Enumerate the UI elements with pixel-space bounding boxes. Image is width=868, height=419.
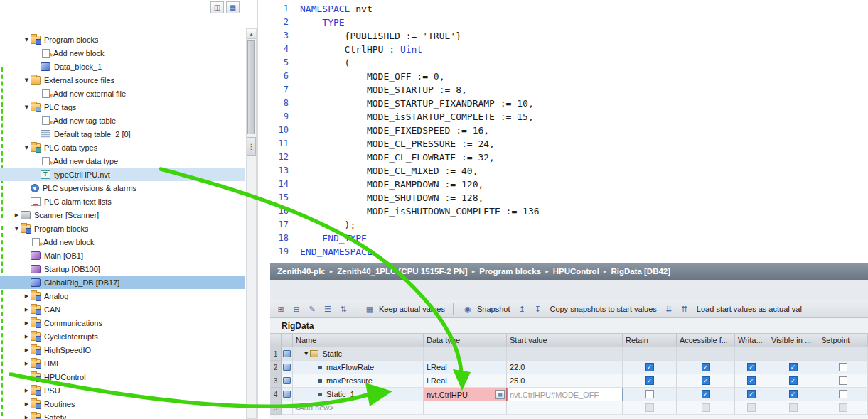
column-header-data-type[interactable]: Data type [424,334,507,347]
breadcrumb-item-zenith40-plc[interactable]: Zenith40-plc [277,267,326,276]
init-values-icon[interactable]: ⇈ [678,303,691,315]
tree-item-safety[interactable]: ▶Safety [0,410,245,419]
table-row-add-new[interactable]: 5<Add new> [270,401,868,415]
copy-snapshot-down-icon[interactable]: ↧ [531,303,544,315]
cell-name[interactable]: Static_1 [293,388,424,401]
tree-item-plc-alarm-text-lists[interactable]: PLC alarm text lists [0,195,245,208]
row-number[interactable]: 1 [270,347,282,361]
expand-arrow-icon[interactable]: ▶ [23,401,31,407]
sort-icon[interactable]: ☰ [321,303,334,315]
expand-arrow-icon[interactable]: ▶ [13,212,21,218]
retain-checkbox[interactable]: ✓ [645,376,654,385]
code-editor[interactable]: 1NAMESPACE nvt2 TYPE3 {PUBLISHED := 'TRU… [270,0,868,263]
cell-start-value[interactable]: 22.0 [507,361,623,374]
column-header-writa[interactable]: Writa... [735,334,768,347]
tree-item-can[interactable]: ▶CAN [0,303,245,316]
edit-icon[interactable]: ✎ [306,303,318,315]
cell-start-value[interactable] [507,347,623,361]
tree-item-analog[interactable]: ▶Analog [0,289,245,303]
expand-arrow-icon[interactable]: ▼ [23,37,31,43]
cell-name[interactable]: <Add new> [293,401,424,415]
retain-checkbox[interactable]: ✓ [645,363,654,371]
breadcrumb-item-zenith40-1plc-cpu-1515f-2-pn[interactable]: Zenith40_1PLC [CPU 1515F-2 PN] [337,267,467,276]
tree-item-default-tag-table-2-0[interactable]: Default tag table_2 [0] [0,127,245,141]
table-row-static[interactable]: 1▼Static [270,347,868,361]
datatype-browse-button[interactable]: ▦ [495,390,505,399]
setpoint-checkbox[interactable] [839,376,847,385]
tree-item-routines[interactable]: ▶Routines [0,397,245,410]
expand-arrow-icon[interactable]: ▶ [23,320,31,326]
tree-item-program-blocks[interactable]: ▼Program blocks [0,33,245,46]
breadcrumb-item-hpucontrol[interactable]: HPUControl [553,267,599,276]
tree-item-add-new-block[interactable]: Add new block [0,46,245,60]
tree-item-highspeedio[interactable]: ▶HighSpeedIO [0,343,245,357]
expand-arrow-icon[interactable]: ▶ [23,415,31,419]
tree-item-program-blocks[interactable]: ▼Program blocks [0,222,245,235]
tree-item-add-new-tag-table[interactable]: Add new tag table [0,114,245,127]
snapshot-button[interactable]: ◉Snapshot [459,302,513,316]
tree-item-hmi[interactable]: ▶HMI [0,357,245,370]
cell-datatype[interactable] [424,401,507,415]
column-header-start-value[interactable]: Start value [507,334,623,347]
tree-item-add-new-block[interactable]: Add new block [0,235,245,249]
table-row-maxflowrate[interactable]: 2maxFlowRateLReal22.0✓✓✓✓ [270,361,868,374]
visible-checkbox[interactable]: ✓ [789,376,798,385]
writable-checkbox[interactable]: ✓ [747,363,756,371]
cell-datatype[interactable]: LReal [424,361,507,374]
column-header-setpoint[interactable]: Setpoint [818,334,868,347]
expand-arrow-icon[interactable]: ▼ [23,145,31,151]
tree-item-plc-supervisions-alarms[interactable]: PLC supervisions & alarms [0,181,245,195]
expand-arrow-icon[interactable]: ▶ [23,388,31,393]
row-number[interactable]: 3 [270,374,282,388]
copy-snapshot-up-icon[interactable]: ↥ [515,303,528,315]
tree-item-cyclicinterrupts[interactable]: ▶CyclicInterrupts [0,330,245,343]
tree-item-data-block-1[interactable]: Data_block_1 [0,60,245,73]
column-header-visible-in[interactable]: Visible in ... [768,334,818,347]
setpoint-checkbox[interactable] [839,363,847,371]
tree-item-external-source-files[interactable]: ▼External source files [0,73,245,87]
copy-snapshots-button[interactable]: Copy snapshots to start values [547,302,659,316]
row-number[interactable]: 2 [270,361,282,374]
expand-arrow-icon[interactable]: ▼ [13,226,21,232]
expand-members-icon[interactable]: ⇅ [337,303,350,315]
load-start-values-button[interactable]: Load start values as actual val [694,302,805,316]
tree-item-scanner-scanner[interactable]: ▶Scanner [Scanner] [0,208,245,222]
table-row-maxpressure[interactable]: 3maxPressureLReal25.0✓✓✓✓ [270,374,868,388]
writable-checkbox[interactable]: ✓ [747,390,756,398]
expand-arrow-icon[interactable]: ▼ [23,77,31,83]
insert-row-icon[interactable]: ⊞ [274,303,287,315]
table-row-static-1[interactable]: 4Static_1nvt.CtrlHPU▦nvt.CtrlHPU#MODE_OF… [270,388,868,401]
tree-item-hpucontrol[interactable]: ▶HPUControl [0,370,245,383]
row-number[interactable]: 4 [270,388,282,401]
breadcrumb-item-rigdata-db42[interactable]: RigData [DB42] [611,267,670,276]
column-header-retain[interactable]: Retain [623,334,677,347]
writable-checkbox[interactable]: ✓ [747,376,756,385]
setpoint-checkbox[interactable] [839,390,847,398]
accessible-checkbox[interactable]: ✓ [702,363,710,371]
load-values-icon[interactable]: ⇊ [663,303,675,315]
accessible-checkbox[interactable]: ✓ [702,376,710,385]
column-header-accessible-f[interactable]: Accessible f... [677,334,735,347]
detail-view-icon[interactable]: ▦ [226,1,240,13]
tree-item-add-new-data-type[interactable]: Add new data type [0,154,245,168]
tree-item-psu[interactable]: ▶PSU [0,383,245,397]
splitter-grip[interactable]: ⋮ [247,137,256,156]
cell-start-value[interactable]: 25.0 [507,374,623,388]
expand-arrow-icon[interactable]: ▶ [23,374,31,380]
cell-datatype[interactable]: LReal [424,374,507,388]
scroll-up-icon[interactable]: ▲ [247,29,256,39]
scrollbar-thumb[interactable] [247,40,255,134]
tree-item-typectrlhpu-nvt[interactable]: typeCtrlHPU.nvt [0,168,245,181]
cell-datatype[interactable]: nvt.CtrlHPU▦ [424,388,507,401]
cell-name[interactable]: maxPressure [293,374,424,388]
cell-name[interactable]: ▼Static [293,347,424,361]
expand-arrow-icon[interactable]: ▶ [23,334,31,339]
tree-item-startup-ob100[interactable]: Startup [OB100] [0,262,245,276]
column-header-name[interactable]: Name [293,334,424,347]
visible-checkbox[interactable]: ✓ [789,390,798,398]
expand-arrow-icon[interactable]: ▶ [23,307,31,312]
delete-row-icon[interactable]: ⊟ [290,303,303,315]
tree-scrollbar[interactable]: ▲ ⋮ [246,28,257,419]
expand-arrow-icon[interactable]: ▶ [23,293,31,299]
split-view-icon[interactable]: ◫ [210,1,224,13]
